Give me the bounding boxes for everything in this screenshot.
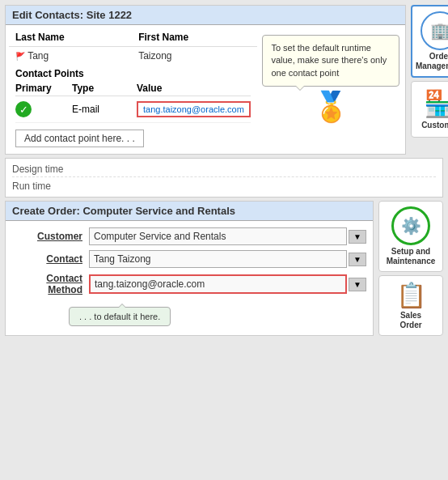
- flag-icon: 🚩: [15, 52, 25, 61]
- order-management-circle: 🏢: [421, 11, 448, 50]
- customer-building-icon: 🏪: [424, 88, 448, 119]
- contacts-table: Last Name First Name 🚩 Tang Taizong: [9, 28, 257, 65]
- top-inner: Last Name First Name 🚩 Tang Taizong: [6, 25, 405, 154]
- contacts-left: Last Name First Name 🚩 Tang Taizong: [9, 28, 257, 151]
- customer-dropdown-arrow[interactable]: ▼: [349, 230, 366, 244]
- contact-method-input[interactable]: [89, 274, 347, 294]
- cp-value-cell: tang.taizong@oracle.com: [137, 101, 251, 117]
- add-contact-row: Add contact point here. . .: [9, 126, 257, 151]
- create-order-panel: Create Order: Computer Service and Renta…: [5, 201, 374, 336]
- bottom-section: Create Order: Computer Service and Renta…: [5, 201, 443, 336]
- sales-order-icon: 📋: [396, 281, 426, 309]
- bottom-callout-text: . . . to default it here.: [79, 312, 160, 321]
- customer-input-wrap: ▼: [89, 227, 366, 245]
- contact-method-input-wrap: ▼: [89, 274, 366, 294]
- callout-text: To set the default runtime value, make s…: [271, 43, 387, 78]
- col-last-name: Last Name: [9, 28, 132, 47]
- cp-header-primary: Primary: [15, 83, 72, 94]
- contact-points-title: Contact Points: [15, 68, 251, 79]
- contact-field-label: Contact: [12, 253, 89, 265]
- top-section: Edit Contacts: Site 1222 Last Name First…: [5, 5, 443, 155]
- add-contact-label[interactable]: Add contact point here. . .: [15, 130, 144, 147]
- bottom-callout-area: . . . to default it here.: [6, 307, 373, 333]
- contact-input[interactable]: [89, 250, 347, 268]
- edit-contacts-panel: Edit Contacts: Site 1222 Last Name First…: [5, 5, 406, 155]
- bottom-callout-bubble: . . . to default it here.: [69, 307, 171, 326]
- cp-type-cell: E-mail: [72, 104, 137, 115]
- contact-last-name: 🚩 Tang: [9, 47, 132, 66]
- sales-order-icon-box[interactable]: 📋 SalesOrder: [378, 275, 443, 336]
- create-order-title: Create Order: Computer Service and Renta…: [6, 202, 373, 221]
- contact-method-label: Contact Method: [12, 273, 89, 295]
- cp-header-type: Type: [72, 83, 137, 94]
- design-runtime-section: Design time Run time: [5, 158, 443, 198]
- customer-input[interactable]: [89, 227, 347, 245]
- medal-icon: 🏅: [313, 90, 349, 124]
- email-value[interactable]: tang.taizong@oracle.com: [137, 101, 251, 117]
- contact-dropdown-arrow[interactable]: ▼: [349, 253, 366, 266]
- design-time-row: Design time: [12, 162, 436, 177]
- gear-icon: ⚙️: [401, 216, 421, 236]
- customer-field-label: Customer: [12, 231, 89, 242]
- order-management-icon-box[interactable]: 🏢 OrderManagement: [411, 5, 448, 78]
- callout-area: To set the default runtime value, make s…: [260, 28, 402, 151]
- col-first-name: First Name: [132, 28, 257, 47]
- contact-input-wrap: ▼: [89, 250, 366, 268]
- cp-row: ✓ E-mail tang.taizong@oracle.com: [15, 96, 251, 123]
- right-icons-top: 🏢 OrderManagement 🏪 Customer: [411, 5, 448, 155]
- run-time-row: Run time: [12, 179, 436, 193]
- contact-method-dropdown-arrow[interactable]: ▼: [349, 278, 366, 291]
- contact-row: Contact ▼: [12, 250, 366, 268]
- building-icon: 🏢: [430, 21, 448, 40]
- right-icons-bottom: ⚙️ Setup andMaintenance 📋 SalesOrder: [378, 201, 443, 336]
- edit-contacts-title: Edit Contacts: Site 1222: [6, 6, 405, 25]
- setup-maintenance-label: Setup andMaintenance: [387, 247, 436, 266]
- contact-points-section: Contact Points Primary Type Value ✓ E-ma…: [9, 65, 257, 126]
- cp-primary-cell: ✓: [15, 101, 72, 117]
- main-container: Edit Contacts: Site 1222 Last Name First…: [0, 0, 448, 341]
- cp-header-value: Value: [137, 83, 251, 94]
- sales-order-label: SalesOrder: [399, 311, 421, 330]
- customer-icon-box[interactable]: 🏪 Customer: [411, 81, 448, 138]
- contact-first-name: Taizong: [132, 47, 257, 66]
- callout-bubble: To set the default runtime value, make s…: [262, 35, 399, 87]
- customer-row: Customer ▼: [12, 227, 366, 245]
- primary-check-icon: ✓: [15, 101, 32, 117]
- setup-maintenance-circle: ⚙️: [391, 206, 430, 245]
- contact-row: 🚩 Tang Taizong: [9, 47, 257, 66]
- order-management-label: OrderManagement: [416, 52, 448, 71]
- contact-method-row: Contact Method ▼: [12, 273, 366, 295]
- form-section: Customer ▼ Contact ▼ Contact M: [6, 221, 373, 307]
- setup-maintenance-icon-box[interactable]: ⚙️ Setup andMaintenance: [378, 201, 443, 272]
- customer-label: Customer: [421, 121, 448, 130]
- cp-header: Primary Type Value: [15, 81, 251, 96]
